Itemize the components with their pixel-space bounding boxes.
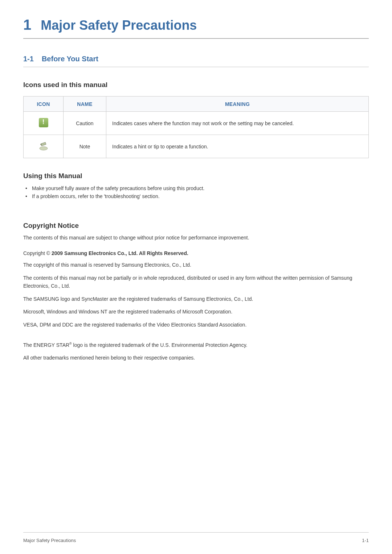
cell-name: Note [64,135,106,158]
energy-star-post: logo is the registered trademark of the … [72,342,248,348]
section-number: 1-1 [23,55,34,63]
th-meaning: MEANING [106,97,369,112]
footer-left: Major Safety Precautions [23,538,76,543]
table-header-row: ICON NAME MEANING [24,97,369,112]
page-footer: Major Safety Precautions 1-1 [23,532,369,543]
energy-star-pre: The ENERGY STAR [23,342,69,348]
chapter-title: Major Safety Precautions [41,18,197,33]
note-icon [39,141,48,151]
th-name: NAME [64,97,106,112]
cell-icon-note [24,135,64,158]
energy-star-para: The ENERGY STAR® logo is the registered … [23,341,369,349]
copyright-line: Copyright © 2009 Samsung Electronics Co.… [23,250,369,256]
copyright-para: The copyright of this manual is reserved… [23,261,369,269]
trademarks-final: All other trademarks mentioned herein be… [23,354,369,362]
footer-right: 1-1 [362,538,369,543]
section-title: Before You Start [42,55,98,63]
table-row: Note Indicates a hint or tip to operate … [24,135,369,158]
table-row: Caution Indicates cases where the functi… [24,112,369,135]
copyright-heading: Copyright Notice [23,222,369,230]
list-item: Make yourself fully aware of the safety … [23,184,369,192]
cell-icon-caution [24,112,64,135]
chapter-number: 1 [23,17,31,33]
copyright-para: The SAMSUNG logo and SyncMaster are the … [23,295,369,303]
chapter-header: 1 Major Safety Precautions [23,17,369,39]
copyright-para: VESA, DPM and DDC are the registered tra… [23,321,369,329]
copyright-prefix: Copyright © [23,250,52,256]
using-manual-list: Make yourself fully aware of the safety … [23,184,369,201]
copyright-para: The contents of this manual may not be p… [23,274,369,290]
cell-name: Caution [64,112,106,135]
caution-icon [39,118,48,127]
copyright-bold: 2009 Samsung Electronics Co., Ltd. All R… [52,250,188,256]
icon-table: ICON NAME MEANING Caution Indicates case… [23,96,369,158]
section-header: 1-1 Before You Start [23,55,369,67]
cell-meaning: Indicates cases where the function may n… [106,112,369,135]
svg-point-0 [40,147,48,150]
th-icon: ICON [24,97,64,112]
registered-mark: ® [69,342,72,345]
copyright-para: Microsoft, Windows and Windows NT are th… [23,308,369,316]
using-manual-heading: Using this Manual [23,172,369,180]
copyright-intro: The contents of this manual are subject … [23,234,369,242]
list-item: If a problem occurs, refer to the 'troub… [23,192,369,200]
cell-meaning: Indicates a hint or tip to operate a fun… [106,135,369,158]
icons-heading: Icons used in this manual [23,81,369,89]
